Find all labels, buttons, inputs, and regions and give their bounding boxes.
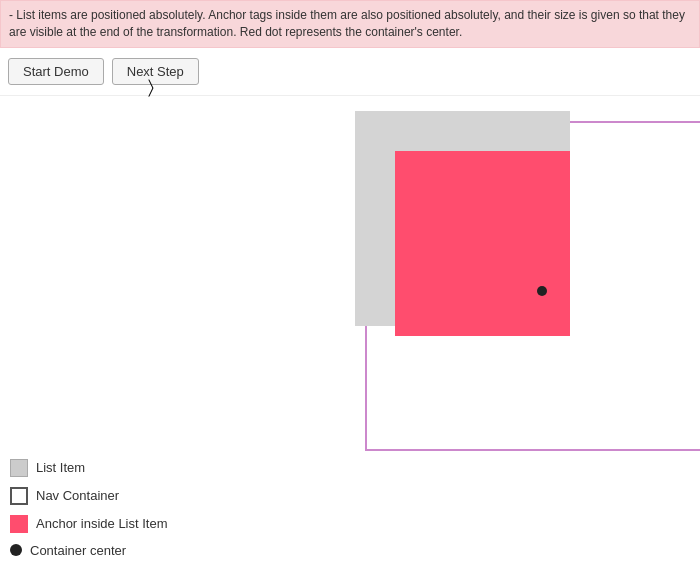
legend-label-anchor: Anchor inside List Item [36, 516, 168, 531]
legend-item-center: Container center [10, 543, 170, 558]
banner-text: - List items are positioned absolutely. … [9, 8, 685, 39]
legend-swatch-nav-container [10, 487, 28, 505]
start-demo-button[interactable]: Start Demo [8, 58, 104, 85]
next-step-button[interactable]: Next Step [112, 58, 199, 85]
info-banner: - List items are positioned absolutely. … [0, 0, 700, 48]
legend-item-nav: Nav Container [10, 487, 170, 505]
anchor-inside-list-item [395, 151, 570, 336]
legend-label-nav-container: Nav Container [36, 488, 119, 503]
container-center-dot [537, 286, 547, 296]
legend-item-anchor: Anchor inside List Item [10, 515, 170, 533]
legend-label-center: Container center [30, 543, 126, 558]
legend-item-list: List Item [10, 459, 170, 477]
main-area: List Item Nav Container Anchor inside Li… [0, 96, 700, 562]
demo-canvas [180, 96, 700, 562]
legend-swatch-anchor [10, 515, 28, 533]
legend-panel: List Item Nav Container Anchor inside Li… [0, 96, 180, 562]
legend-label-list-item: List Item [36, 460, 85, 475]
legend-swatch-list-item [10, 459, 28, 477]
toolbar: Start Demo Next Step 〉 [0, 48, 700, 96]
legend-swatch-center [10, 544, 22, 556]
